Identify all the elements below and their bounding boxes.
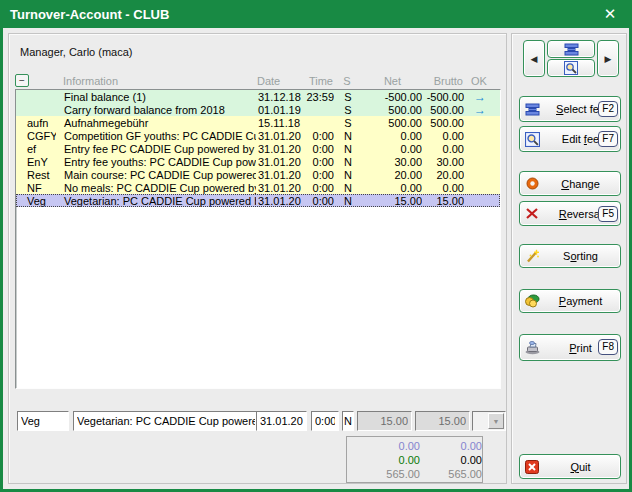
titlebar: Turnover-Account - CLUB ✕: [0, 0, 632, 28]
row-date: 31.01.20: [256, 143, 306, 155]
row-net: -500.00: [356, 91, 422, 103]
select-fee-button[interactable]: Select fee F2: [519, 96, 621, 122]
row-date: 01.01.19: [256, 104, 306, 116]
table-row[interactable]: EnY Entry fee youths: PC CADDIE Cup powe…: [16, 155, 500, 168]
row-status: N: [340, 195, 356, 207]
row-code: ef: [16, 143, 56, 155]
f5-key-badge: F5: [598, 206, 618, 222]
magnifier-icon: [564, 61, 578, 75]
date-field[interactable]: [256, 411, 307, 431]
ok-arrow-icon: →: [464, 104, 496, 116]
payment-button[interactable]: Payment: [519, 289, 621, 313]
row-status: S: [340, 104, 356, 116]
header-ok: OK: [463, 75, 495, 87]
row-status: N: [340, 169, 356, 181]
row-info: Aufnahmegebühr: [56, 117, 256, 129]
total-net: 565.00: [362, 467, 420, 481]
header-date: Date: [255, 75, 305, 87]
select-fee-mini-button[interactable]: [547, 40, 595, 58]
f7-key-badge: F7: [598, 131, 618, 147]
row-code: NF: [16, 182, 56, 194]
row-net: 30.00: [356, 156, 422, 168]
row-info: Carry forward balance from 2018: [56, 104, 256, 116]
row-code: Rest: [16, 169, 56, 181]
totals-pending-row: 0.00 0.00: [347, 439, 482, 453]
sorting-button[interactable]: Sorting: [519, 244, 621, 268]
row-net: 500.00: [356, 117, 422, 129]
row-time: 0:00: [306, 195, 334, 207]
time-field[interactable]: [311, 411, 339, 431]
row-status: N: [340, 143, 356, 155]
magnifier-icon: [525, 132, 540, 147]
coins-icon: [524, 294, 540, 308]
header-time: Time: [305, 75, 333, 87]
magic-wand-icon: [525, 249, 540, 264]
row-info: No meals: PC CADDIE Cup powered by: [56, 182, 256, 194]
row-net: 0.00: [356, 130, 422, 142]
fee-icon: [525, 103, 540, 116]
change-button[interactable]: Change: [519, 171, 621, 196]
table-row[interactable]: ef Entry fee PC CADDIE Cup powered by 31…: [16, 142, 500, 155]
row-net: 0.00: [356, 143, 422, 155]
row-time: 0:00: [306, 182, 334, 194]
edit-fee-button[interactable]: Edit fee F7: [519, 126, 621, 152]
record-navigation: ◀ ▶: [523, 40, 619, 78]
red-x-icon: [525, 207, 539, 220]
arrow-right-icon: ▶: [605, 54, 612, 64]
table-row[interactable]: NF No meals: PC CADDIE Cup powered by 31…: [16, 181, 500, 194]
table-row[interactable]: aufn Aufnahmegebühr 15.11.18 S 500.00 50…: [16, 116, 500, 129]
table-row[interactable]: Rest Main course: PC CADDIE Cup powered …: [16, 168, 500, 181]
reversal-button[interactable]: Reversal F5: [519, 201, 621, 226]
code-field[interactable]: [17, 411, 69, 431]
row-date: 31.01.20: [256, 182, 306, 194]
header-information: Information: [55, 75, 255, 87]
current-brutto: 0.00: [424, 453, 482, 467]
totals-box: 0.00 0.00 0.00 0.00 565.00 565.00: [346, 436, 483, 483]
table-row[interactable]: Carry forward balance from 2018 01.01.19…: [16, 103, 500, 116]
row-net: 15.00: [356, 195, 422, 207]
row-date: 31.01.20: [256, 130, 306, 142]
sorting-label: Sorting: [541, 250, 620, 262]
print-button[interactable]: Print F8: [519, 334, 621, 361]
row-date: 31.01.20: [256, 169, 306, 181]
edit-fee-mini-button[interactable]: [547, 59, 595, 77]
list-header: − Information Date Time S Net Brutto OK: [15, 74, 501, 88]
row-time: 0:00: [306, 156, 334, 168]
row-status: N: [340, 182, 356, 194]
next-record-button[interactable]: ▶: [597, 40, 619, 77]
table-row[interactable]: CGFY Competition GF youths: PC CADDIE Cu…: [16, 129, 500, 142]
row-date: 31.12.18: [256, 91, 306, 103]
quit-label: Quit: [541, 461, 620, 473]
totals-total-row: 565.00 565.00: [347, 467, 482, 481]
totals-current-row: 0.00 0.00: [347, 453, 482, 467]
row-info: Vegetarian: PC CADDIE Cup powered by: [56, 195, 256, 207]
info-field[interactable]: [73, 411, 259, 431]
header-net: Net: [355, 75, 421, 87]
chevron-down-icon[interactable]: ▼: [488, 413, 504, 429]
table-row[interactable]: Final balance (1) 31.12.18 23:59 S -500.…: [16, 90, 500, 103]
row-code: CGFY: [16, 130, 56, 142]
row-info: Final balance (1): [56, 91, 256, 103]
options-dropdown[interactable]: ▼: [472, 411, 506, 431]
account-panel: Manager, Carlo (maca) − Information Date…: [8, 33, 507, 484]
pending-net: 0.00: [362, 439, 420, 453]
row-brutto: 15.00: [422, 195, 464, 207]
fee-list[interactable]: Final balance (1) 31.12.18 23:59 S -500.…: [15, 89, 501, 389]
row-code: Veg: [16, 195, 56, 207]
row-net: 0.00: [356, 182, 422, 194]
ok-arrow-icon: →: [464, 91, 496, 103]
quit-button[interactable]: Quit: [519, 454, 621, 479]
status-field[interactable]: [342, 411, 354, 431]
collapse-button[interactable]: −: [15, 74, 29, 87]
row-brutto: 0.00: [422, 130, 464, 142]
window-title: Turnover-Account - CLUB: [10, 7, 598, 22]
previous-record-button[interactable]: ◀: [523, 40, 545, 77]
payment-label: Payment: [541, 295, 620, 307]
row-date: 15.11.18: [256, 117, 306, 129]
header-brutto: Brutto: [421, 75, 463, 87]
close-icon[interactable]: ✕: [598, 3, 622, 25]
row-info: Entry fee PC CADDIE Cup powered by: [56, 143, 256, 155]
row-date: 31.01.20: [256, 195, 306, 207]
table-row[interactable]: Veg Vegetarian: PC CADDIE Cup powered by…: [16, 194, 500, 207]
arrow-left-icon: ◀: [531, 54, 538, 64]
